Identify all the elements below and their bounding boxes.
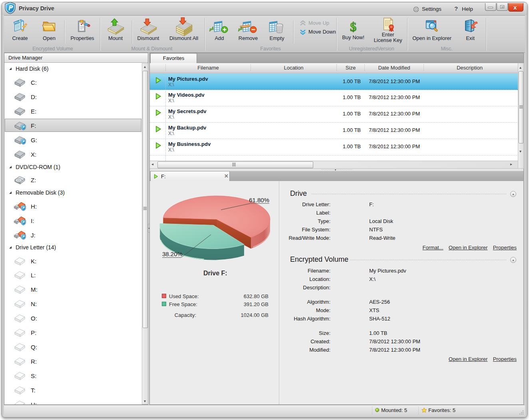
svg-text:61.80%: 61.80% (249, 197, 269, 203)
svg-text:38.20%: 38.20% (162, 251, 183, 257)
